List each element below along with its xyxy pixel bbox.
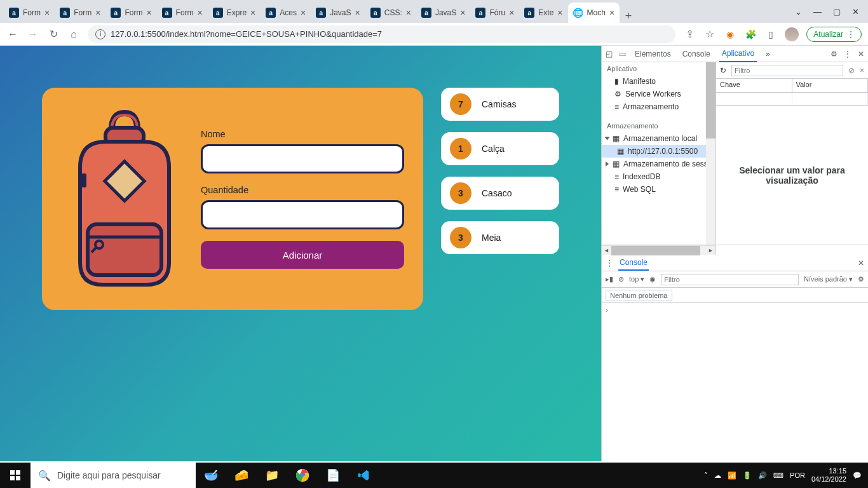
extension-icon[interactable]: ◉ xyxy=(724,28,736,41)
taskbar-app-bowl[interactable]: 🥣 xyxy=(196,463,226,488)
console-body[interactable]: › xyxy=(602,303,868,461)
tab-console[interactable]: Console xyxy=(680,46,713,62)
close-icon[interactable]: × xyxy=(301,8,306,18)
sidebar-item-local-storage-origin[interactable]: ▦http://127.0.0.1:5500 xyxy=(602,145,715,158)
inspect-icon[interactable]: ◰ xyxy=(606,50,613,58)
column-value[interactable]: Valor xyxy=(792,79,869,92)
name-input[interactable] xyxy=(201,144,404,173)
sidebar-item-storage[interactable]: ≡Armazenamento xyxy=(602,100,715,113)
home-icon[interactable]: ⌂ xyxy=(67,29,80,40)
new-tab-button[interactable]: + xyxy=(620,10,637,23)
menu-dots-icon[interactable]: ⋮ xyxy=(844,50,851,58)
taskbar-app-cheese[interactable]: 🧀 xyxy=(226,463,257,488)
taskbar-search[interactable]: 🔍 Digite aqui para pesquisar xyxy=(31,463,196,488)
tab-elements[interactable]: Elementos xyxy=(632,46,674,62)
browser-tab[interactable]: aForm× xyxy=(157,3,208,23)
reload-icon[interactable]: ↻ xyxy=(720,66,726,75)
close-icon[interactable]: × xyxy=(860,66,864,75)
scrollbar-thumb[interactable] xyxy=(706,62,715,139)
sidebar-item-local-storage[interactable]: ▦Armazenamento local xyxy=(602,132,715,145)
info-icon[interactable]: i xyxy=(95,29,105,39)
tab-console[interactable]: Console xyxy=(618,255,649,271)
scrollbar[interactable] xyxy=(706,62,715,245)
scrollbar-thumb[interactable] xyxy=(611,246,700,255)
browser-tab[interactable]: aAces× xyxy=(261,3,311,23)
block-icon[interactable]: ⊘ xyxy=(848,66,855,75)
sidebar-item-indexeddb[interactable]: ≡IndexedDB xyxy=(602,170,715,183)
close-icon[interactable]: × xyxy=(198,8,203,18)
close-icon[interactable]: × xyxy=(95,8,100,18)
close-icon[interactable]: × xyxy=(44,8,50,18)
context-selector[interactable]: top ▾ xyxy=(629,275,644,283)
wifi-icon[interactable]: 📶 xyxy=(728,471,736,480)
log-levels-selector[interactable]: Níveis padrão ▾ xyxy=(804,275,853,283)
sidepanel-icon[interactable]: ▯ xyxy=(764,28,777,41)
close-icon[interactable]: × xyxy=(460,8,465,18)
sidebar-toggle-icon[interactable]: ▸▮ xyxy=(606,275,613,283)
start-button[interactable] xyxy=(0,463,31,488)
close-icon[interactable]: × xyxy=(557,8,562,18)
browser-tab[interactable]: aCSS:× xyxy=(365,3,416,23)
notifications-icon[interactable]: 💬 xyxy=(853,471,862,480)
device-icon[interactable]: ▭ xyxy=(619,50,626,58)
forward-icon[interactable]: → xyxy=(27,29,39,40)
star-icon[interactable]: ☆ xyxy=(703,28,716,40)
h-scrollbar[interactable]: ◄ ► xyxy=(602,245,716,255)
add-button[interactable]: Adicionar xyxy=(201,241,404,269)
sidebar-item-session-storage[interactable]: ▦Armazenamento de sessão xyxy=(602,158,715,170)
update-button[interactable]: Atualizar⋮ xyxy=(806,27,862,42)
volume-icon[interactable]: 🔊 xyxy=(758,471,767,480)
browser-tab[interactable]: aExte× xyxy=(519,3,567,23)
back-icon[interactable]: ← xyxy=(6,29,19,40)
no-issues-badge[interactable]: Nenhum problema xyxy=(606,290,672,301)
browser-tab[interactable]: aForm× xyxy=(55,3,105,23)
close-icon[interactable]: × xyxy=(509,8,514,18)
taskbar-app-vscode[interactable] xyxy=(348,463,379,488)
clock[interactable]: 13:15 04/12/2022 xyxy=(811,467,846,484)
browser-tab-active[interactable]: 🌐Moch× xyxy=(568,3,620,23)
close-icon[interactable]: × xyxy=(609,8,614,18)
keyboard-icon[interactable]: ⌨ xyxy=(773,471,783,480)
more-tabs-icon[interactable]: » xyxy=(763,46,773,62)
scroll-left-icon[interactable]: ◄ xyxy=(602,246,611,255)
taskbar-app-explorer[interactable]: 📁 xyxy=(257,463,287,488)
scroll-right-icon[interactable]: ► xyxy=(706,246,715,255)
browser-tab[interactable]: aForm× xyxy=(105,3,156,23)
extensions-icon[interactable]: 🧩 xyxy=(744,28,757,41)
close-icon[interactable]: ✕ xyxy=(858,50,864,58)
share-icon[interactable]: ⇪ xyxy=(683,28,696,40)
close-icon[interactable]: × xyxy=(355,8,360,18)
sidebar-item-service-workers[interactable]: ⚙Service Workers xyxy=(602,88,715,100)
block-icon[interactable]: ⊘ xyxy=(618,275,624,283)
console-filter-input[interactable] xyxy=(661,274,799,285)
avatar[interactable] xyxy=(785,27,799,41)
browser-tab[interactable]: aJavaS× xyxy=(416,3,471,23)
chevron-down-icon[interactable]: ⌄ xyxy=(795,7,802,17)
browser-tab[interactable]: aExpre× xyxy=(208,3,261,23)
close-icon[interactable]: ✕ xyxy=(858,259,864,268)
reload-icon[interactable]: ↻ xyxy=(47,28,60,40)
menu-dots-icon[interactable]: ⋮ xyxy=(606,259,613,268)
column-key[interactable]: Chave xyxy=(716,79,792,92)
chevron-up-icon[interactable]: ˄ xyxy=(704,471,708,480)
taskbar-app-chrome[interactable] xyxy=(287,463,318,488)
minimize-icon[interactable]: — xyxy=(813,7,822,17)
close-window-icon[interactable]: ✕ xyxy=(852,7,859,17)
maximize-icon[interactable]: ▢ xyxy=(833,7,841,17)
sidebar-item-websql[interactable]: ≡Web SQL xyxy=(602,183,715,196)
taskbar-app-docs[interactable]: 📄 xyxy=(318,463,348,488)
close-icon[interactable]: × xyxy=(250,8,255,18)
battery-icon[interactable]: 🔋 xyxy=(743,471,752,480)
browser-tab[interactable]: aFóru× xyxy=(470,3,519,23)
quantity-input[interactable] xyxy=(201,200,404,229)
gear-icon[interactable]: ⚙ xyxy=(831,50,837,58)
gear-icon[interactable]: ⚙ xyxy=(858,275,864,283)
eye-icon[interactable]: ◉ xyxy=(649,275,656,283)
language-indicator[interactable]: POR xyxy=(790,471,805,479)
close-icon[interactable]: × xyxy=(406,8,411,18)
sidebar-item-manifest[interactable]: ▮Manifesto xyxy=(602,75,715,88)
cloud-icon[interactable]: ☁ xyxy=(714,471,721,480)
browser-tab[interactable]: aJavaS× xyxy=(311,3,365,23)
tab-application[interactable]: Aplicativo xyxy=(719,46,757,62)
table-row[interactable] xyxy=(716,93,868,105)
